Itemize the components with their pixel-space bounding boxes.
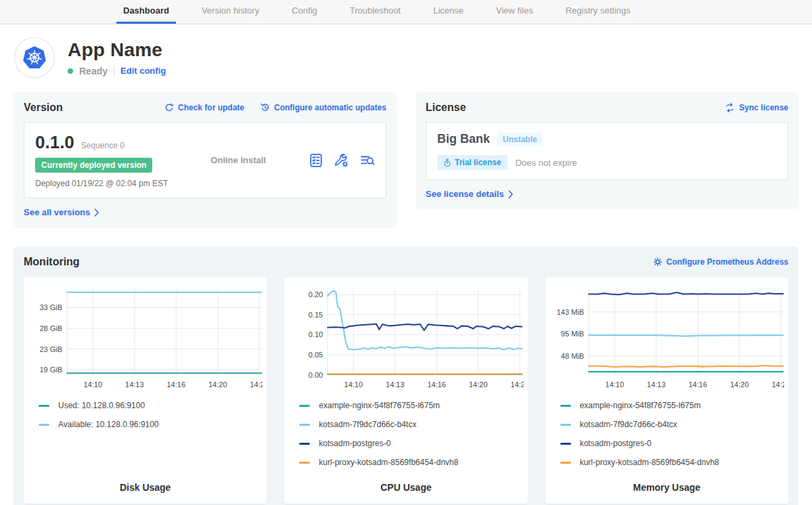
tab-dashboard[interactable]: Dashboard — [116, 0, 176, 24]
check-for-update-label: Check for update — [178, 103, 244, 112]
svg-text:14:10: 14:10 — [344, 380, 363, 389]
configure-prometheus-label: Configure Prometheus Address — [667, 257, 788, 267]
svg-text:14:13: 14:13 — [647, 380, 666, 389]
disk-usage-card: 14:1014:1314:1614:2014:2319 GiB23 GiB28 … — [24, 278, 267, 504]
legend-dash — [560, 424, 571, 426]
app-header: App Name Ready Edit config — [15, 38, 798, 77]
svg-text:14:13: 14:13 — [125, 380, 144, 389]
edit-config-link[interactable]: Edit config — [120, 66, 166, 76]
charts-row: 14:1014:1314:1614:2014:2319 GiB23 GiB28 … — [24, 278, 788, 504]
tab-version-history[interactable]: Version history — [195, 0, 266, 24]
deployed-timestamp: Deployed 01/19/22 @ 02:04 pm EST — [35, 179, 168, 188]
tab-registry-settings[interactable]: Registry settings — [559, 0, 637, 24]
tab-troubleshoot[interactable]: Troubleshoot — [343, 0, 407, 24]
legend-dash — [560, 443, 571, 445]
legend-dash — [299, 443, 310, 445]
customer-name: Big Bank — [437, 132, 490, 146]
disk-usage-legend: Used: 10.128.0.96:9100Available: 10.128.… — [39, 401, 263, 439]
see-all-versions-link[interactable]: See all versions — [24, 207, 99, 217]
refresh-icon — [164, 103, 174, 112]
svg-text:23 GiB: 23 GiB — [39, 345, 62, 353]
legend-item: Available: 10.128.0.96:9100 — [39, 420, 263, 429]
config-wrench-icon[interactable] — [334, 153, 349, 168]
divider — [114, 66, 114, 76]
cpu-usage-card: 14:1014:1314:1614:2014:230.000.050.100.1… — [284, 278, 527, 504]
channel-badge: Unstable — [497, 133, 543, 146]
configure-prometheus-link[interactable]: Configure Prometheus Address — [653, 257, 788, 267]
legend-item: kotsadm-7f9dc7d66c-b4tcx — [299, 420, 523, 429]
monitoring-panel: Monitoring Configure Prometheus Address … — [14, 246, 798, 505]
legend-item: example-nginx-54f8f76755-l675m — [299, 401, 523, 410]
legend-label: kotsadm-postgres-0 — [319, 439, 390, 448]
license-card-title: License — [426, 102, 466, 114]
version-info: 0.1.0 Sequence 0 Currently deployed vers… — [35, 132, 168, 188]
legend-item: kurl-proxy-kotsadm-8569fb6454-dnvh8 — [560, 458, 784, 467]
svg-text:14:20: 14:20 — [730, 380, 749, 389]
view-logs-icon[interactable] — [360, 153, 375, 168]
svg-text:0.00: 0.00 — [309, 371, 323, 379]
nav-tabs: DashboardVersion historyConfigTroublesho… — [0, 0, 812, 24]
kubernetes-logo-icon — [21, 44, 48, 71]
install-type-label: Online Install — [168, 155, 309, 165]
check-for-update-link[interactable]: Check for update — [164, 103, 244, 112]
release-notes-icon[interactable] — [309, 153, 323, 168]
license-card: License Sync license Big Bank Unstable — [415, 92, 798, 209]
see-all-versions-label: See all versions — [24, 207, 90, 217]
legend-label: Used: 10.128.0.96:9100 — [58, 401, 145, 410]
version-card-title: Version — [24, 102, 63, 114]
svg-text:14:20: 14:20 — [469, 380, 488, 389]
stopwatch-icon — [443, 158, 451, 167]
version-card: Version Check for update — [14, 92, 397, 227]
cpu-usage-legend: example-nginx-54f8f76755-l675mkotsadm-7f… — [299, 401, 523, 477]
legend-dash — [39, 405, 49, 407]
svg-text:14:10: 14:10 — [605, 380, 624, 389]
svg-text:14:13: 14:13 — [386, 380, 405, 389]
legend-item: example-nginx-54f8f76755-l675m — [560, 401, 784, 410]
svg-text:48 MiB: 48 MiB — [561, 352, 584, 360]
version-number: 0.1.0 — [35, 132, 74, 153]
license-customer-row: Big Bank Unstable — [437, 132, 543, 146]
sync-icon — [725, 103, 735, 112]
license-type-row: Trial license Does not expire — [437, 155, 577, 170]
memory-usage-legend: example-nginx-54f8f76755-l675mkotsadm-7f… — [560, 401, 784, 477]
memory-usage-title: Memory Usage — [549, 477, 784, 493]
sequence-label: Sequence 0 — [81, 141, 125, 150]
app-avatar — [15, 38, 54, 77]
svg-text:0.15: 0.15 — [309, 311, 323, 319]
license-card-header: License Sync license — [426, 102, 788, 114]
svg-text:14:16: 14:16 — [166, 380, 185, 389]
svg-text:28 GiB: 28 GiB — [39, 324, 62, 332]
legend-dash — [560, 462, 571, 464]
tab-license[interactable]: License — [426, 0, 470, 24]
see-license-details-link[interactable]: See license details — [426, 189, 514, 199]
legend-label: kurl-proxy-kotsadm-8569fb6454-dnvh8 — [580, 458, 719, 467]
svg-text:33 GiB: 33 GiB — [39, 303, 62, 311]
sync-license-label: Sync license — [739, 103, 788, 112]
svg-text:19 GiB: 19 GiB — [39, 366, 62, 374]
configure-automatic-updates-link[interactable]: Configure automatic updates — [261, 103, 386, 112]
tab-config[interactable]: Config — [285, 0, 324, 24]
svg-text:0.20: 0.20 — [309, 290, 323, 299]
version-header-links: Check for update Configure automatic upd… — [164, 103, 386, 112]
expiry-text: Does not expire — [516, 158, 577, 168]
legend-label: kotsadm-postgres-0 — [580, 439, 652, 448]
ready-status-dot — [68, 68, 73, 74]
main-content: App Name Ready Edit config Version — [0, 24, 812, 505]
summary-cards-row: Version Check for update — [14, 92, 798, 227]
sync-license-link[interactable]: Sync license — [725, 103, 788, 112]
svg-text:0.05: 0.05 — [309, 351, 323, 359]
legend-dash — [299, 462, 310, 464]
app-status-label: Ready — [79, 66, 108, 76]
monitoring-header: Monitoring Configure Prometheus Address — [24, 256, 788, 268]
license-panel: Big Bank Unstable Trial license Does not… — [426, 122, 788, 180]
trial-license-label: Trial license — [455, 158, 501, 167]
chevron-right-icon — [94, 208, 99, 217]
tab-view-files[interactable]: View files — [489, 0, 540, 24]
svg-text:14:20: 14:20 — [208, 380, 227, 389]
svg-text:14:23: 14:23 — [771, 380, 784, 389]
legend-item: kurl-proxy-kotsadm-8569fb6454-dnvh8 — [299, 458, 523, 467]
svg-text:14:23: 14:23 — [511, 380, 524, 389]
disk-usage-title: Disk Usage — [28, 477, 263, 493]
legend-dash — [299, 405, 310, 407]
top-nav: DashboardVersion historyConfigTroublesho… — [0, 0, 812, 24]
